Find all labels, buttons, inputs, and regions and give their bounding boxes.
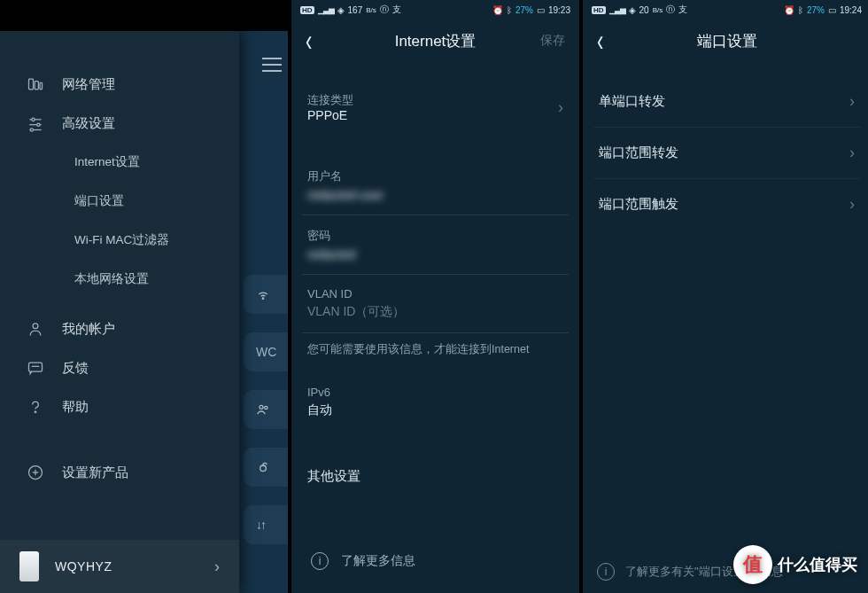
drawer-sub-port[interactable]: 端口设置 (0, 182, 239, 221)
battery-icon: ▭ (537, 5, 545, 15)
learn-more-label: 了解更多信息 (341, 553, 415, 569)
battery-percent: 27% (807, 5, 825, 15)
phone1-stage: WC ↓↑ 网络 (0, 31, 288, 593)
drawer-sub-localnet[interactable]: 本地网络设置 (0, 260, 239, 299)
chat-icon (27, 359, 44, 377)
alarm-icon: ⏰ (492, 5, 503, 15)
drawer-sub-macfilter[interactable]: Wi-Fi MAC过滤器 (0, 221, 239, 260)
navigation-drawer: 网络管理 高级设置 Internet设置 端口设置 Wi-Fi MAC过滤器 本… (0, 31, 239, 593)
single-port-forward-row[interactable]: 单端口转发 › (593, 76, 860, 128)
net-speed: 167 (348, 5, 363, 15)
username-field[interactable]: 用户名 redacted-user (302, 156, 569, 215)
phone-1-drawer-menu: WC ↓↑ 网络 (0, 0, 288, 593)
conn-type-value: PPPoE (307, 108, 353, 122)
ipv6-value: 自动 (307, 402, 563, 418)
behind-card-users[interactable] (244, 390, 288, 429)
hd-badge: HD (300, 6, 314, 14)
net-speed-unit: B/s (366, 6, 376, 14)
row-label: 端口范围转发 (599, 144, 678, 161)
clock-time: 19:24 (840, 5, 862, 15)
learn-more-port-hint[interactable]: i 了解更多有关"端口设置"的信息 (597, 563, 783, 581)
svg-rect-6 (40, 82, 43, 90)
hint-text: 了解更多有关"端口设置"的信息 (625, 564, 783, 580)
info-icon: i (311, 552, 329, 570)
drawer-item-feedback[interactable]: 反馈 (0, 348, 239, 387)
behind-card-wc[interactable]: WC (244, 332, 288, 371)
chevron-right-icon: › (849, 92, 855, 111)
wifi-mini-icon: ◈ (337, 5, 345, 15)
port-range-forward-row[interactable]: 端口范围转发 › (593, 128, 860, 179)
other-settings-row[interactable]: 其他设置 (302, 452, 569, 501)
drawer-label: 帮助 (62, 399, 89, 416)
drawer-sub-internet[interactable]: Internet设置 (0, 143, 239, 182)
hamburger-icon[interactable] (262, 58, 282, 76)
chevron-right-icon: › (849, 144, 855, 162)
behind-card-security[interactable] (244, 448, 288, 487)
bluetooth-icon: ᛒ (507, 5, 512, 15)
username-value: redacted-user (307, 188, 563, 202)
drawer-item-help[interactable]: 帮助 (0, 387, 239, 426)
drawer-label: 我的帐户 (62, 321, 115, 338)
net-speed-unit: B/s (653, 6, 663, 14)
drawer-item-account[interactable]: 我的帐户 (0, 309, 239, 348)
plus-circle-icon (27, 464, 44, 481)
svg-rect-14 (29, 363, 43, 371)
port-range-trigger-row[interactable]: 端口范围触发 › (593, 179, 860, 230)
signal-icon: ▁▃▅ (318, 5, 334, 14)
status-bar: HD ▁▃▅ ◈ 167 B/s ⓝ 支 ⏰ ᛒ 27% ▭ 19:23 (291, 0, 579, 20)
hd-badge: HD (592, 6, 606, 14)
vlan-hint: 您可能需要使用该信息，才能连接到Internet (302, 333, 569, 373)
vlan-label: VLAN ID (307, 287, 563, 300)
vlan-placeholder: VLAN ID（可选） (307, 304, 563, 320)
username-label: 用户名 (307, 168, 563, 184)
learn-more-link[interactable]: i 了解更多信息 (302, 536, 569, 586)
alipay-icon: 支 (392, 4, 401, 16)
sliders-icon (27, 114, 44, 132)
devices-icon (27, 75, 44, 93)
back-button[interactable]: ‹ (597, 22, 603, 59)
password-value: redacted (307, 247, 563, 261)
drawer-label: 网络管理 (62, 76, 115, 93)
page-title: 端口设置 (583, 31, 868, 51)
svg-point-0 (262, 298, 263, 299)
drawer-item-network-mgmt[interactable]: 网络管理 (0, 65, 239, 104)
svg-point-8 (32, 118, 35, 121)
lock-icon (256, 460, 270, 474)
chevron-right-icon: › (849, 195, 855, 214)
svg-rect-4 (29, 79, 34, 90)
wifi-mini-icon: ◈ (629, 5, 636, 15)
drawer-item-advanced[interactable]: 高级设置 (0, 104, 239, 143)
svg-point-10 (37, 123, 40, 126)
alipay-icon: 支 (678, 4, 687, 16)
router-thumbnail-icon (19, 551, 39, 581)
svg-point-2 (265, 406, 267, 409)
drawer-label: 反馈 (62, 360, 89, 377)
drawer-label: 高级设置 (62, 115, 115, 132)
info-icon: i (597, 563, 615, 581)
conn-type-label: 连接类型 (307, 92, 353, 108)
row-label: 端口范围触发 (599, 196, 678, 213)
behind-card-wifi[interactable] (244, 275, 288, 314)
chevron-right-icon: › (558, 98, 563, 117)
behind-card-sort[interactable]: ↓↑ (244, 505, 288, 544)
nfc-icon: ⓝ (380, 4, 389, 16)
battery-icon: ▭ (828, 5, 836, 15)
behind-card-label: WC (256, 345, 276, 359)
page-title: Internet设置 (291, 31, 579, 51)
main-content-behind-drawer: WC ↓↑ (239, 31, 288, 593)
drawer-footer-router[interactable]: WQYHYZ › (0, 540, 239, 593)
password-field[interactable]: 密码 redacted (302, 215, 569, 275)
clock-time: 19:23 (548, 5, 570, 15)
drawer-item-add-product[interactable]: 设置新产品 (0, 453, 239, 492)
svg-rect-5 (35, 82, 38, 90)
chevron-right-icon: › (214, 558, 220, 576)
wifi-icon (256, 287, 270, 301)
vlan-field[interactable]: VLAN ID VLAN ID（可选） (302, 275, 569, 333)
back-button[interactable]: ‹ (306, 22, 312, 59)
ipv6-row[interactable]: IPv6 自动 (302, 373, 569, 431)
connection-type-row[interactable]: 连接类型 PPPoE › (302, 76, 569, 131)
title-bar: ‹ Internet设置 保存 (291, 20, 579, 62)
ipv6-label: IPv6 (307, 386, 563, 399)
password-label: 密码 (307, 228, 563, 244)
save-button[interactable]: 保存 (540, 33, 565, 49)
